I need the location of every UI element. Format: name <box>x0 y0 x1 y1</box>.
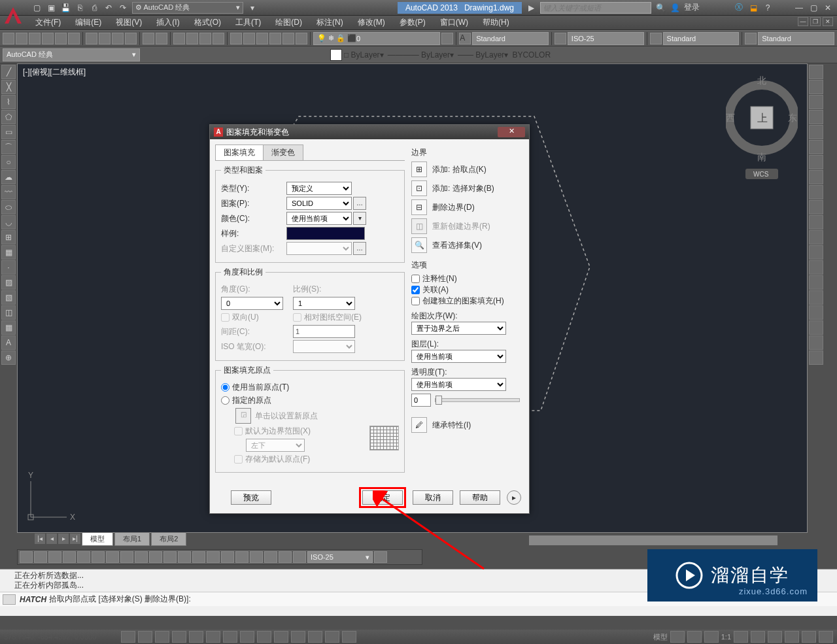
annotative-checkbox[interactable] <box>411 275 420 283</box>
tab-prev-icon[interactable]: ◂ <box>46 534 57 544</box>
viewport-label[interactable]: [-][俯视][二维线框] <box>23 67 86 78</box>
print-doc-icon[interactable] <box>42 33 54 44</box>
polygon-icon[interactable]: ⬠ <box>1 110 16 124</box>
color-select[interactable]: 使用当前项 <box>286 212 352 225</box>
copy2-icon[interactable] <box>809 80 823 94</box>
dim-style-selector[interactable]: ISO-25 <box>568 32 644 45</box>
doc-restore-icon[interactable]: ❐ <box>810 17 821 26</box>
m18-icon[interactable] <box>809 320 823 335</box>
dcenter-icon[interactable] <box>243 33 255 44</box>
fillet-icon[interactable] <box>809 275 823 290</box>
dim12-icon[interactable] <box>178 551 191 563</box>
maximize-icon[interactable]: ▢ <box>808 3 819 13</box>
menu-file[interactable]: 文件(F) <box>29 15 67 30</box>
zoomwin-icon[interactable] <box>199 33 211 44</box>
tpy-icon[interactable] <box>291 631 305 643</box>
menu-format[interactable]: 格式(O) <box>188 15 228 30</box>
m17-icon[interactable] <box>809 305 823 320</box>
saveas-icon[interactable]: ⎘ <box>75 3 85 13</box>
plotstyle-selector[interactable]: BYCOLOR <box>512 50 551 59</box>
transparency-slider[interactable] <box>435 398 520 402</box>
modelspace-toggle[interactable]: 模型 <box>653 632 668 642</box>
menu-tools[interactable]: 工具(T) <box>229 15 267 30</box>
s1-icon[interactable] <box>670 631 685 643</box>
markup-icon[interactable] <box>282 33 294 44</box>
dialog-close-button[interactable]: ✕ <box>498 127 525 137</box>
preview-icon[interactable] <box>55 33 67 44</box>
tablestyle-icon[interactable] <box>650 33 662 44</box>
insert-icon[interactable]: ⊞ <box>1 230 16 245</box>
ellipsearc-icon[interactable]: ◡ <box>1 215 16 229</box>
dim19-icon[interactable] <box>279 551 292 563</box>
mleader-style-selector[interactable]: Standard <box>758 32 834 45</box>
block-icon[interactable]: ▦ <box>1 245 16 260</box>
redo-icon[interactable]: ↷ <box>118 3 128 13</box>
pattern-select[interactable]: SOLID <box>286 197 352 210</box>
dim4-icon[interactable] <box>63 551 76 563</box>
move-icon[interactable] <box>809 140 823 154</box>
tab-nav-icon[interactable]: ▶ <box>526 3 536 13</box>
scale-select[interactable]: 1 <box>293 297 355 310</box>
add-select-objects-button[interactable]: ⊡添加: 选择对象(B) <box>411 180 524 196</box>
use-current-origin-radio[interactable] <box>221 383 230 392</box>
revcloud-icon[interactable]: ☁ <box>1 170 16 184</box>
mirror-icon[interactable] <box>809 95 823 109</box>
tab-gradient[interactable]: 渐变色 <box>263 144 303 160</box>
associative-checkbox[interactable] <box>411 286 420 294</box>
dim18-icon[interactable] <box>264 551 277 563</box>
ortho-icon[interactable] <box>155 631 169 643</box>
linetype-selector[interactable]: ———— ByLayer▾ <box>388 50 454 59</box>
rect-icon[interactable]: ▭ <box>1 125 16 139</box>
tab-layout1[interactable]: 布局1 <box>114 532 150 546</box>
tab-first-icon[interactable]: |◂ <box>35 534 45 544</box>
addsel-icon[interactable]: ⊕ <box>1 350 16 365</box>
expand-dialog-button[interactable]: ▸ <box>507 490 521 505</box>
save-doc-icon[interactable] <box>29 33 41 44</box>
search-icon[interactable]: 🔍 <box>655 3 666 13</box>
help-button[interactable]: 帮助 <box>460 490 500 505</box>
draworder-select[interactable]: 置于边界之后 <box>411 322 506 335</box>
add-pick-points-button[interactable]: ⊞添加: 拾取点(K) <box>411 161 524 177</box>
line-icon[interactable]: ╱ <box>1 65 16 79</box>
tab-model[interactable]: 模型 <box>82 532 113 546</box>
login-text[interactable]: 登录 <box>684 2 700 13</box>
dim9-icon[interactable] <box>135 551 148 563</box>
offset-icon[interactable] <box>809 110 823 124</box>
text-style-selector[interactable]: Standard <box>472 32 549 45</box>
dim3-icon[interactable] <box>48 551 61 563</box>
dim1-icon[interactable] <box>20 551 33 563</box>
explode-icon[interactable] <box>809 290 823 305</box>
tab-layout2[interactable]: 布局2 <box>151 532 186 546</box>
coordinates[interactable]: 575.7940, -654.4392, 0.0000 <box>4 633 96 641</box>
command-prompt-icon[interactable] <box>3 594 16 605</box>
chamfer-icon[interactable] <box>809 260 823 275</box>
osnap-icon[interactable] <box>189 631 203 643</box>
doc-minimize-icon[interactable]: — <box>798 17 808 26</box>
preview-button[interactable]: 预览 <box>231 490 271 505</box>
annotation-scale[interactable]: 1:1 <box>721 633 731 641</box>
scale-icon[interactable] <box>809 170 823 184</box>
menu-param[interactable]: 参数(P) <box>393 15 432 30</box>
sample-swatch[interactable] <box>286 227 365 240</box>
close-icon[interactable]: ✕ <box>823 3 833 13</box>
layer-selector[interactable]: 💡 ❄ 🔒 ⬛ 0 <box>313 32 440 45</box>
cut-icon[interactable] <box>86 33 97 44</box>
table-icon[interactable]: ▦ <box>1 320 16 335</box>
pline-icon[interactable]: ⌇ <box>1 95 16 109</box>
menu-draw[interactable]: 绘图(D) <box>269 15 309 30</box>
qat-dropdown-icon[interactable]: ▾ <box>247 3 258 13</box>
secure-icon[interactable]: ⬓ <box>748 3 759 13</box>
print-icon[interactable]: ⎙ <box>89 3 99 13</box>
hatch-icon[interactable]: ▨ <box>1 275 16 290</box>
exchange-icon[interactable]: Ⓧ <box>734 3 744 13</box>
polar-icon[interactable] <box>172 631 186 643</box>
trim-icon[interactable] <box>809 200 823 214</box>
props-icon[interactable] <box>230 33 242 44</box>
transparency-select[interactable]: 使用当前项 <box>411 378 506 391</box>
tab-hatch[interactable]: 图案填充 <box>215 144 264 160</box>
workspace-selector[interactable]: ⚙ AutoCAD 经典▾ <box>132 2 243 14</box>
tab-next-icon[interactable]: ▸ <box>58 534 69 544</box>
open-icon[interactable]: ▣ <box>46 3 56 13</box>
s8-icon[interactable] <box>802 631 816 643</box>
dim10-icon[interactable] <box>149 551 162 563</box>
